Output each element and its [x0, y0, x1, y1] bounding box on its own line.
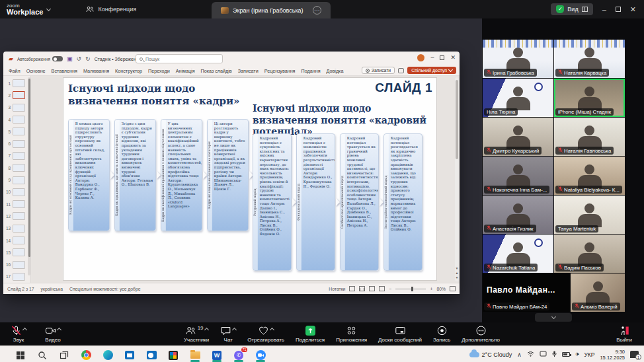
menu-tab-4[interactable]: Конструктор — [115, 68, 142, 74]
share-button[interactable]: Поделиться — [296, 325, 325, 343]
redo-icon[interactable]: ↻ — [85, 55, 91, 62]
participant-tile[interactable]: Анастасія Гизлик — [483, 196, 553, 234]
status-language[interactable]: українська — [41, 287, 63, 291]
slide-thumbnail[interactable] — [13, 225, 25, 233]
undo-icon[interactable]: ↺ — [77, 55, 82, 62]
record-button[interactable]: Записати — [362, 67, 395, 74]
react-button[interactable]: Отреагировать — [247, 325, 284, 343]
participant-tile[interactable]: Nazarchuk Tatiana — [483, 235, 553, 273]
participant-tile[interactable]: Альміз Валерій — [571, 273, 625, 312]
slide-thumbnail-row[interactable]: 3 — [3, 102, 30, 114]
share-access-button[interactable]: Спільний доступ — [407, 67, 456, 74]
slide-thumbnail-row[interactable]: 7 — [3, 150, 30, 162]
viber-icon[interactable]: ✆71 — [233, 347, 245, 362]
participant-tile[interactable]: Ніла Тюріна — [483, 79, 553, 117]
zoom-icon[interactable] — [255, 347, 266, 362]
slide-thumbnail[interactable] — [13, 127, 25, 135]
comments-icon[interactable] — [398, 68, 404, 73]
notification-center-icon[interactable]: 1 — [630, 351, 639, 358]
outlook-icon[interactable] — [145, 347, 157, 362]
notes-button[interactable]: Нотатки — [329, 287, 345, 291]
participant-tile[interactable]: Наталія Гавловська — [554, 118, 625, 156]
taskview-icon[interactable] — [58, 347, 70, 362]
slide-thumbnail[interactable] — [13, 248, 25, 256]
slide-scrollbar[interactable]: ▼▲▼ — [455, 77, 459, 281]
slide-thumbnail-row[interactable]: 14 — [3, 235, 30, 246]
search-box[interactable]: Пошук — [136, 54, 223, 63]
menu-tab-3[interactable]: Малювання — [83, 68, 109, 74]
language-indicator[interactable]: УКР — [584, 351, 594, 358]
explorer-icon[interactable] — [189, 347, 201, 362]
slide-thumbnail-row[interactable]: 12 — [3, 210, 30, 222]
account-avatar[interactable] — [417, 54, 424, 61]
menu-tab-6[interactable]: Анімація — [176, 68, 195, 74]
tab-options-icon[interactable]: ⋯ — [313, 6, 321, 15]
ppt-close-button[interactable]: ✕ — [450, 55, 456, 61]
chrome-icon[interactable] — [80, 347, 92, 362]
zoom-workplace-logo[interactable]: zoom Workplace — [0, 0, 57, 18]
menu-tab-10[interactable]: Подання — [302, 68, 321, 74]
participants-button[interactable]: 19Участники — [184, 325, 209, 343]
zoom-slider[interactable] — [395, 289, 426, 289]
slide-thumbnail-row[interactable]: 17 — [3, 271, 30, 283]
ppt-maximize-button[interactable] — [440, 55, 444, 60]
chevron-up-icon[interactable] — [232, 328, 237, 332]
normal-view-icon[interactable] — [349, 286, 355, 291]
minimize-button[interactable]: – — [602, 6, 606, 13]
chevron-up-icon[interactable] — [57, 328, 61, 332]
chevron-up-icon[interactable] — [204, 328, 209, 332]
slide-thumbnail-row[interactable]: 16 — [3, 258, 30, 270]
save-icon[interactable]: ▣ — [67, 55, 73, 62]
record-button[interactable]: Запись — [433, 325, 450, 343]
slide-thumbnail[interactable] — [13, 79, 25, 87]
edge-icon[interactable] — [102, 347, 114, 362]
weather-widget[interactable]: 2°C Cloudy — [469, 351, 512, 358]
slide-thumbnail-row[interactable]: 13 — [3, 223, 30, 235]
slide-thumbnail[interactable] — [13, 236, 25, 244]
status-accessibility[interactable]: Спеціальні можливості: усе добре — [69, 287, 141, 291]
start-icon[interactable] — [15, 347, 26, 362]
search-icon[interactable] — [36, 347, 48, 362]
slide-thumbnail-row[interactable]: 2 — [3, 89, 30, 101]
fit-to-window-icon[interactable] — [450, 286, 456, 291]
slide-thumbnail-row[interactable]: 9 — [3, 174, 30, 186]
menu-tab-0[interactable]: Файл — [9, 68, 20, 74]
ppt-minimize-button[interactable]: – — [430, 55, 434, 61]
whiteboard-button[interactable]: Доски сообщений — [378, 325, 422, 343]
zoom-percent[interactable]: 80% — [436, 287, 446, 291]
zoom-in-icon[interactable]: + — [430, 287, 432, 291]
slide-thumbnail[interactable] — [13, 116, 25, 124]
word-icon[interactable]: W — [211, 347, 223, 362]
slide-sorter-icon[interactable] — [359, 286, 365, 291]
slide-thumbnail[interactable] — [13, 164, 25, 172]
slide-thumbnail[interactable] — [13, 188, 25, 196]
slide-thumbnail[interactable] — [13, 91, 25, 99]
participant-tile[interactable]: Павло Майдан...Павло Майдан БАм-24 — [483, 273, 570, 312]
participant-tile[interactable]: iPhone (Міша) Стаднік — [554, 79, 625, 117]
participant-tile[interactable]: Дмитро Кухарський — [483, 118, 553, 156]
slide-thumbnail[interactable] — [13, 176, 25, 184]
more-button[interactable]: Дополнительно — [462, 325, 500, 343]
mic-muted-button[interactable]: Звук — [11, 325, 26, 343]
menu-tab-11[interactable]: Довідка — [327, 68, 344, 74]
participant-tile[interactable]: Nataliya Bielyakova- К... — [554, 157, 625, 195]
menu-tab-1[interactable]: Основне — [26, 68, 46, 74]
store-icon[interactable] — [124, 347, 136, 362]
thumbnails-scrollbar[interactable] — [28, 77, 30, 275]
autosave-toggle[interactable]: Автозбереження — [17, 56, 63, 61]
participant-tile[interactable]: Наконечна Інна Бам-... — [483, 157, 553, 195]
menu-tab-5[interactable]: Переходи — [148, 68, 170, 74]
leave-button[interactable]: Выйти — [616, 325, 632, 343]
slide-thumbnail[interactable] — [13, 104, 25, 112]
slideshow-icon[interactable] — [379, 286, 385, 291]
participant-tile[interactable]: Наталія Карвацка — [554, 40, 625, 78]
participant-tile[interactable]: Tanya Marteniuk — [554, 196, 625, 234]
slide-thumbnail[interactable] — [13, 140, 25, 148]
tray-expand-icon[interactable]: ∧ — [517, 351, 522, 358]
slide-thumbnail[interactable] — [13, 152, 25, 160]
participant-tile[interactable]: Вадим Паськов — [554, 235, 625, 273]
menu-tab-9[interactable]: Рецензування — [264, 68, 296, 74]
chevron-up-icon[interactable] — [270, 328, 274, 332]
tab-shared-screen[interactable]: Экран (Ірина Грабовська) ⋯ — [212, 2, 330, 18]
menu-tab-8[interactable]: Записати — [238, 68, 259, 74]
